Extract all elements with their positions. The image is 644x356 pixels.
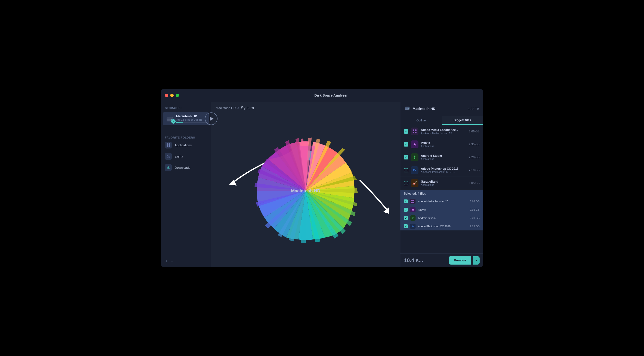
file-icon-0 bbox=[411, 127, 418, 135]
tab-biggest-files[interactable]: Biggest files bbox=[442, 116, 483, 125]
tabs-bar: Outline Biggest files bbox=[400, 116, 483, 125]
tab-outline[interactable]: Outline bbox=[400, 116, 442, 125]
sidebar-item-downloads[interactable]: Downloads bbox=[161, 162, 211, 173]
file-icon-3: Ps bbox=[411, 166, 418, 174]
files-list: Adobe Media Encoder 20... Ap Adobe Media… bbox=[400, 125, 483, 253]
svg-text:Macintosh HD: Macintosh HD bbox=[291, 189, 320, 193]
selected-item-3[interactable]: Ps Adobe Photoshop CC 2018 2.19 GB bbox=[400, 222, 483, 230]
file-item-4[interactable]: 🎸 GarageBand Applications 1.05 GB bbox=[400, 177, 483, 190]
svg-rect-20 bbox=[415, 132, 416, 133]
remove-button[interactable]: Remove bbox=[449, 256, 471, 265]
storage-progress-fill bbox=[176, 122, 183, 123]
remove-folder-button[interactable]: − bbox=[171, 258, 174, 264]
svg-rect-18 bbox=[415, 129, 416, 131]
selected-checkbox-3[interactable] bbox=[404, 224, 408, 228]
file-sub-0: Ap Adobe Media Encoder 20... bbox=[421, 132, 466, 135]
svg-rect-4 bbox=[166, 143, 168, 145]
file-info-2: Android Studio Applications bbox=[421, 154, 466, 160]
center-panel: Macintosh HD > System bbox=[211, 102, 400, 267]
title-bar: Disk Space Analyzer bbox=[161, 89, 483, 102]
window-controls bbox=[165, 94, 179, 97]
favorites-label: Favorite Folders bbox=[161, 136, 199, 139]
svg-point-16 bbox=[408, 108, 409, 109]
storage-progress-bar bbox=[176, 122, 206, 123]
selected-size-2: 2.20 GB bbox=[470, 217, 480, 220]
sidebar: Storages ✓ bbox=[161, 102, 211, 267]
disk-header-icon bbox=[404, 105, 410, 112]
downloads-label: Downloads bbox=[175, 166, 190, 169]
right-panel: Macintosh HD 1.03 TB Outline Biggest fil… bbox=[400, 102, 483, 267]
selected-item-1[interactable]: ★ iMovie 2.35 GB bbox=[400, 206, 483, 214]
file-info-3: Adobe Photoshop CC 2018 Ap Adobe Photosh… bbox=[421, 167, 466, 173]
selected-item-0[interactable]: Adobe Media Encoder 20... 3.66 GB bbox=[400, 197, 483, 206]
selected-checkbox-2[interactable] bbox=[404, 216, 408, 220]
selected-name-1: iMovie bbox=[418, 208, 468, 211]
minimize-button[interactable] bbox=[170, 94, 174, 97]
storage-disk-icon: ✓ bbox=[166, 115, 174, 123]
right-panel-disk-size: 1.03 TB bbox=[468, 107, 479, 111]
sidebar-item-applications[interactable]: Applications bbox=[161, 139, 211, 151]
svg-rect-6 bbox=[166, 145, 168, 147]
file-checkbox-4[interactable] bbox=[404, 181, 408, 185]
svg-point-3 bbox=[171, 119, 172, 120]
analyze-button[interactable] bbox=[205, 112, 218, 125]
right-panel-header: Macintosh HD 1.03 TB bbox=[400, 102, 483, 116]
svg-rect-22 bbox=[414, 158, 415, 159]
svg-rect-28 bbox=[413, 202, 414, 203]
file-checkbox-0[interactable] bbox=[404, 129, 408, 134]
breadcrumb-parent: Macintosh HD bbox=[216, 106, 236, 110]
storage-item-macintosh[interactable]: ✓ Macintosh HD 797 GB Free of 1.03 TB bbox=[163, 112, 209, 125]
svg-rect-27 bbox=[412, 202, 412, 203]
selected-name-3: Adobe Photoshop CC 2018 bbox=[418, 225, 468, 228]
file-checkbox-2[interactable] bbox=[404, 155, 408, 159]
total-size-label: 10.4 s... bbox=[404, 257, 447, 264]
selected-header: Selected: 4 files bbox=[400, 190, 483, 197]
selected-checkbox-1[interactable] bbox=[404, 208, 408, 212]
svg-marker-8 bbox=[229, 180, 236, 186]
storage-info: Macintosh HD 797 GB Free of 1.03 TB bbox=[176, 114, 206, 123]
svg-point-23 bbox=[414, 156, 414, 157]
applications-icon bbox=[165, 142, 172, 148]
svg-rect-1 bbox=[167, 117, 173, 119]
file-checkbox-3[interactable] bbox=[404, 168, 408, 172]
close-button[interactable] bbox=[165, 94, 168, 97]
file-info-1: iMovie Applications bbox=[421, 141, 466, 147]
selected-icon-1: ★ bbox=[410, 207, 416, 212]
selected-size-3: 2.19 GB bbox=[470, 225, 480, 228]
svg-rect-26 bbox=[413, 200, 414, 201]
file-info-0: Adobe Media Encoder 20... Ap Adobe Media… bbox=[421, 128, 466, 135]
file-item-2[interactable]: Android Studio Applications 2.20 GB bbox=[400, 151, 483, 164]
selected-size-0: 3.66 GB bbox=[470, 200, 480, 203]
file-size-1: 2.35 GB bbox=[469, 143, 480, 146]
sunburst-chart[interactable]: Macintosh HD bbox=[242, 127, 369, 254]
app-title: Disk Space Analyzer bbox=[314, 93, 348, 97]
add-folder-button[interactable]: + bbox=[165, 258, 168, 264]
play-icon bbox=[210, 117, 214, 121]
file-info-4: GarageBand Applications bbox=[421, 180, 466, 186]
selected-icon-0 bbox=[410, 199, 416, 204]
selected-size-1: 2.35 GB bbox=[470, 208, 480, 211]
storage-name: Macintosh HD bbox=[176, 114, 206, 118]
file-checkbox-1[interactable] bbox=[404, 142, 408, 146]
file-item-0[interactable]: Adobe Media Encoder 20... Ap Adobe Media… bbox=[400, 125, 483, 138]
sasha-icon bbox=[165, 153, 172, 160]
breadcrumb-current: System bbox=[241, 106, 254, 110]
remove-dropdown-button[interactable]: ▾ bbox=[473, 256, 480, 265]
file-item-1[interactable]: ★ iMovie Applications 2.35 GB bbox=[400, 138, 483, 151]
sidebar-item-sasha[interactable]: sasha bbox=[161, 151, 211, 162]
file-item-3[interactable]: Ps Adobe Photoshop CC 2018 Ap Adobe Phot… bbox=[400, 164, 483, 177]
maximize-button[interactable] bbox=[176, 94, 179, 97]
selected-item-2[interactable]: Android Studio 2.20 GB bbox=[400, 214, 483, 222]
applications-label: Applications bbox=[175, 143, 192, 147]
storage-checkmark: ✓ bbox=[171, 119, 176, 124]
svg-point-31 bbox=[412, 217, 412, 218]
svg-rect-17 bbox=[412, 129, 414, 131]
file-icon-4: 🎸 bbox=[411, 179, 418, 187]
svg-rect-30 bbox=[412, 219, 413, 219]
selected-checkbox-0[interactable] bbox=[404, 200, 408, 203]
breadcrumb-separator: > bbox=[237, 106, 240, 110]
svg-rect-19 bbox=[412, 132, 414, 133]
favorites-section: Favorite Folders Applications bbox=[161, 135, 211, 173]
app-window: Disk Space Analyzer Storages bbox=[161, 89, 483, 267]
file-size-4: 1.05 GB bbox=[469, 182, 480, 185]
